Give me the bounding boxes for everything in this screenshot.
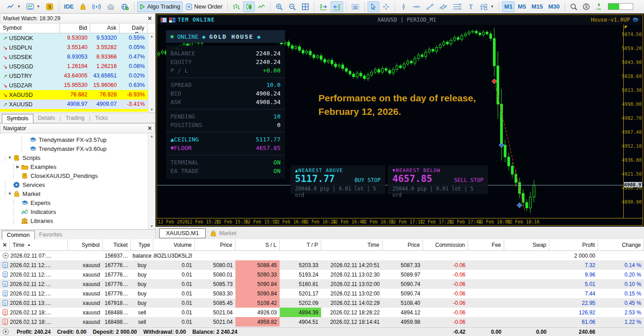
candle-chart-button[interactable] [243,1,255,12]
market-store-button[interactable] [77,1,89,12]
tree-item-trendymaster-fx-v3-57up[interactable]: ┊Trendymaster FX-v3.57up [0,135,155,144]
tf-m5-button[interactable]: M5 [515,1,528,12]
history-column-profit-2[interactable]: Profit [549,239,598,250]
price-axis[interactable]: 5074.505059.205043.905028.605013.304998.… [623,25,643,218]
text-label-button[interactable]: T [465,1,477,12]
market-watch-scrollbar[interactable]: ▲▼ [148,33,155,113]
zoom-out-button[interactable] [286,1,299,12]
close-icon[interactable]: ✕ [147,15,152,22]
chart-tab-market[interactable]: Market [210,230,236,236]
mw-column-header-bid[interactable]: Bid [60,23,90,33]
search-button[interactable] [568,1,580,12]
tree-item-trendymaster-fx-v3-60up[interactable]: ┊Trendymaster FX-v3.60up [0,144,155,153]
history-column-commission-2[interactable]: Commission [423,239,468,250]
ide-button[interactable]: IDE [62,1,76,12]
market-row-XAGUSD[interactable]: ↘ XAGUSD76.68276.928-8.93% [0,90,155,100]
tree-item-experts[interactable]: ┊Experts [0,198,155,207]
zoom-in-button[interactable] [273,1,285,12]
market-row-XAUEUR[interactable]: ↘ XAUEUR [0,109,155,112]
algo-trading-button[interactable]: Algo Trading [137,1,183,12]
tile-windows-button[interactable] [299,1,311,12]
history-column-sl[interactable]: S / L [235,239,280,250]
market-row-XAUUSD[interactable]: ↗ XAUUSD4908.974909.07-3.41% [0,100,155,109]
market-row-USDSGD[interactable]: ↘ USDSGD1.261941.262160.08% [0,62,155,71]
market-row-USDNOK[interactable]: ↗ USDNOK9.530309.533200.55% [0,33,155,43]
history-column-time-2[interactable]: Time [321,239,382,250]
profile-button[interactable] [580,1,592,12]
expander-chevron-right-icon[interactable]: ▶ [15,164,21,169]
time-axis[interactable]: 12 Feb 202612 Feb 15:2012 Feb 15:3612 Fe… [157,218,643,225]
tf-m1-button[interactable]: M1 [502,1,515,12]
candlestick-plot[interactable]: Performance on the day of release, Febru… [157,25,623,218]
mw-column-header-symbol[interactable]: Symbol [0,23,60,33]
tree-item-libraries[interactable]: ┊Libraries [0,216,155,225]
shapes-button[interactable]: ▼ [478,1,496,12]
tab-trading[interactable]: Trading [61,114,89,123]
crosshair-button[interactable] [380,1,392,12]
trendline-button[interactable] [424,1,436,12]
history-column-time[interactable]: Time▲ [10,239,68,250]
shift-end-button[interactable] [317,1,330,12]
history-row-buy-4[interactable]: 2026.02.11 12:…xauusd167776…buy0.015083.… [0,289,644,298]
history-row-buy-5[interactable]: 2026.02.11 13:…xauusd167918…buy0.015085.… [0,298,644,308]
history-row-buy-1[interactable]: 2026.02.11 12:…xauusd167776…buy0.015080.… [0,260,644,270]
tree-item-services[interactable]: ┊Services [0,180,155,189]
community-button[interactable]: + [119,1,131,12]
history-column-fee-2[interactable]: Fee [468,239,504,250]
market-row-USDZAR[interactable]: ↘ USDZAR15.9553015.960600.63% [0,81,155,90]
history-column-tp[interactable]: T / P [280,239,321,250]
chart-tab-xauusd-m1[interactable]: XAUUSD,M1 [159,228,206,238]
tf-m15-button[interactable]: M15 [529,1,545,12]
history-column-type[interactable]: Type [131,239,153,250]
close-icon[interactable]: ✕ [147,125,152,132]
history-row-buy-3[interactable]: 2026.02.11 12:…xauusd167776…buy0.015085.… [0,279,644,289]
tab-ticks[interactable]: Ticks [91,114,113,123]
market-row-USDTRY[interactable]: ↗ USDTRY43.6400543.656510.02% [0,71,155,81]
history-column-change-2[interactable]: Change [598,239,644,250]
tf-m30-button[interactable]: M30 [546,1,562,12]
line-chart-button[interactable] [256,1,267,12]
tree-item-closexauusd-pendings[interactable]: ┊CloseXAUUSD_Pendings [0,171,155,180]
history-column-price-2[interactable]: Price [382,239,423,250]
equidistant-channel-button[interactable] [437,1,450,12]
history-column-volume[interactable]: Volume [153,239,195,250]
close-icon[interactable]: ✕ [2,242,7,248]
chart-create-button[interactable]: ▼ [5,1,23,12]
expander-chevron-down-icon[interactable]: ▼ [7,191,13,196]
tree-item-indicators[interactable]: ┊Indicators [0,207,155,216]
signals-button[interactable] [90,1,103,12]
market-row-USDSEK[interactable]: ↘ USDSEK8.930538.933660.47% [0,52,155,62]
mw-column-header-dailyc[interactable]: Daily C… [120,23,147,33]
vertical-line-button[interactable] [398,1,409,12]
tab-common[interactable]: Common [2,231,35,240]
history-row-sell-6[interactable]: 2026.02.12 18:…xauusd168488…sell0.015021… [0,308,644,317]
tree-item-scripts[interactable]: ┊▼Scripts [0,153,155,162]
screenshot-button[interactable] [349,1,362,12]
expander-chevron-down-icon[interactable]: ▼ [7,155,13,160]
history-column-swap-2[interactable]: Swap [504,239,549,250]
cloud-button[interactable] [104,1,118,12]
horizontal-line-button[interactable] [410,1,423,12]
deposit-coin-button[interactable]: $ [43,1,56,12]
chart-profiles-button[interactable]: ▼ [24,1,42,12]
history-row-buy-2[interactable]: 2026.02.11 12:…xauusd167776…buy0.015080.… [0,270,644,279]
tab-details[interactable]: Details [33,114,60,123]
history-column-symbol[interactable]: Symbol [68,239,103,250]
lvl-button[interactable]: LVL [593,1,605,12]
tree-item-examples[interactable]: ┊▶Examples [0,162,155,171]
cursor-button[interactable] [368,1,379,12]
history-column-price[interactable]: Price [195,239,235,250]
history-row-sell-7[interactable]: 2026.02.12 18:…xauusd168488…sell0.015021… [0,317,644,327]
bar-chart-button[interactable] [230,1,242,12]
tab-symbols[interactable]: Symbols [2,114,33,123]
history-column-ticket[interactable]: Ticket [103,239,131,250]
history-row-balance[interactable]: +2026.02.11 07:…156937…balance3lK38OZLU3… [0,251,644,260]
tree-item-market[interactable]: ┊▼Market [0,189,155,198]
history-column-close[interactable]: ✕ [0,239,10,250]
fibonacci-button[interactable] [451,1,464,12]
shift-back-button[interactable] [331,1,343,12]
tab-favorites[interactable]: Favorites [35,231,67,239]
navigator-scrollbar[interactable]: ▲▼ [148,133,155,229]
market-row-USDPLN[interactable]: ↘ USDPLN3.551403.552820.05% [0,43,155,52]
mw-column-header-ask[interactable]: Ask [90,23,120,33]
